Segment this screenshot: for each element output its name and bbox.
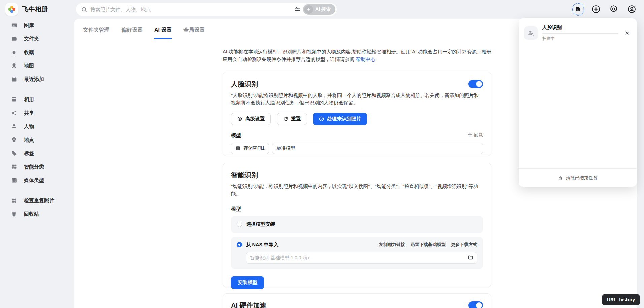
gallery-icon: [11, 22, 17, 28]
sidebar-item-label: 相册: [24, 96, 34, 103]
sidebar-item-map[interactable]: 地图: [0, 59, 74, 72]
sidebar-group-collections: 相册 共享 人物 地点 标签 智能分类: [0, 93, 74, 187]
share-icon: [11, 110, 17, 116]
option-nas-label: 从 NAS 中导入: [246, 242, 279, 248]
url-history-badge[interactable]: URL_history: [602, 294, 640, 305]
header-actions: [572, 3, 638, 16]
reset-label: 重置: [291, 116, 301, 122]
face-model-label: 模型: [231, 132, 241, 139]
tab-folder-management[interactable]: 文件夹管理: [83, 27, 110, 39]
sidebar-item-shared[interactable]: 共享: [0, 106, 74, 120]
star-icon: [11, 49, 17, 55]
sidebar-item-recent[interactable]: 最近添加: [0, 72, 74, 86]
sidebar-item-label: 地图: [24, 63, 34, 69]
add-button[interactable]: [589, 3, 602, 16]
advanced-settings-label: 高级设置: [245, 116, 265, 122]
uninstall-label: 卸载: [474, 132, 483, 138]
face-card-description: "人脸识别"功能将识别照片和视频中的人脸，并将同一个人的照片和视频聚合成人物相册…: [231, 92, 483, 107]
location-pin-icon: [11, 137, 17, 143]
map-icon: [11, 63, 17, 69]
folder-icon: [11, 36, 17, 42]
reset-button[interactable]: 重置: [277, 113, 307, 125]
sidebar-item-trash[interactable]: 回收站: [0, 207, 74, 221]
sidebar-item-folders[interactable]: 文件夹: [0, 32, 74, 45]
smart-model-label: 模型: [231, 206, 241, 212]
task-title: 人脸识别: [542, 24, 618, 31]
sidebar-item-tags[interactable]: 标签: [0, 147, 74, 160]
app-title: 飞牛相册: [22, 5, 48, 14]
radio-unselected-icon[interactable]: [237, 222, 242, 227]
task-progress-bar: [542, 33, 618, 34]
sidebar-item-label: 标签: [24, 150, 34, 157]
close-icon: [625, 31, 630, 36]
sparkle-icon: [304, 5, 313, 14]
trash-small-icon: [468, 133, 472, 138]
option-select-model-install[interactable]: 选择模型安装: [231, 216, 483, 233]
search-input[interactable]: [90, 7, 292, 12]
calendar-icon: [11, 76, 17, 82]
smart-grid-icon: [11, 164, 17, 170]
tab-preferences[interactable]: 偏好设置: [121, 27, 143, 39]
advanced-settings-button[interactable]: 高级设置: [231, 113, 271, 125]
install-model-label: 安装模型: [238, 279, 257, 286]
browse-folder-icon[interactable]: [468, 255, 473, 260]
sidebar-item-smart-categories[interactable]: 智能分类: [0, 160, 74, 174]
app-logo-icon: [5, 3, 18, 16]
ai-intro-text: AI 功能将在本地运行模型，识别照片和视频中的人物及内容,帮助你轻松管理相册。使…: [223, 48, 491, 64]
smart-card-title: 智能识别: [231, 171, 258, 180]
sidebar-item-duplicates[interactable]: 检查重复照片: [0, 194, 74, 207]
album-icon: [11, 96, 17, 102]
sidebar-item-albums[interactable]: 相册: [0, 93, 74, 106]
face-recognition-toggle[interactable]: [468, 80, 483, 88]
sidebar-item-places[interactable]: 地点: [0, 133, 74, 147]
gear-small-icon: [237, 116, 243, 122]
sidebar-item-label: 人物: [24, 123, 34, 130]
model-file-input[interactable]: [250, 255, 468, 260]
storage-icon: [235, 146, 241, 151]
tab-global-settings[interactable]: 全局设置: [183, 27, 205, 39]
account-button[interactable]: [625, 3, 638, 16]
ai-search-button[interactable]: AI 搜索: [303, 4, 335, 15]
sidebar-item-label: 收藏: [24, 49, 34, 56]
settings-content: AI 功能将在本地运行模型，识别照片和视频中的人物及内容,帮助你轻松管理相册。使…: [223, 48, 491, 308]
model-value: 标准模型: [277, 145, 295, 151]
model-file-input-wrap: [246, 252, 477, 264]
film-icon: [11, 177, 17, 183]
install-model-button[interactable]: 安装模型: [231, 276, 264, 289]
tasks-progress-button[interactable]: [572, 3, 584, 16]
face-card-title: 人脸识别: [231, 80, 258, 89]
sidebar-item-favorites[interactable]: 收藏: [0, 45, 74, 59]
radio-selected-icon[interactable]: [237, 242, 242, 247]
thunder-download-link[interactable]: 迅雷下载基础模型: [411, 242, 446, 248]
sidebar-group-tools: 检查重复照片 回收站: [0, 194, 74, 221]
sidebar-item-label: 图库: [24, 22, 34, 29]
task-item: 人脸识别 扫描中: [519, 18, 637, 42]
copy-magnet-link[interactable]: 复制磁力链接: [379, 242, 405, 248]
storage-space-chip[interactable]: 存储空间1: [231, 143, 269, 154]
option-install-label: 选择模型安装: [246, 221, 275, 227]
more-download-link[interactable]: 更多下载方式: [451, 242, 477, 248]
uninstall-model-button[interactable]: 卸载: [468, 132, 483, 138]
sidebar-item-people[interactable]: 人物: [0, 120, 74, 133]
option-import-from-nas: 从 NAS 中导入 复制磁力链接 迅雷下载基础模型 更多下载方式: [231, 237, 483, 269]
hw-card-title: AI 硬件加速: [231, 301, 267, 308]
model-select-field[interactable]: 标准模型: [272, 143, 483, 154]
process-unrecognized-button[interactable]: 处理未识别照片: [313, 113, 367, 125]
top-bar: 飞牛相册 AI 搜索: [0, 0, 644, 19]
person-icon: [11, 123, 17, 129]
task-close-button[interactable]: [623, 29, 631, 37]
task-info: 人脸识别 扫描中: [542, 24, 618, 42]
sidebar-item-label: 最近添加: [24, 76, 44, 83]
sidebar-item-gallery[interactable]: 图库: [0, 19, 74, 32]
app-window: 飞牛相册 AI 搜索: [0, 0, 644, 308]
settings-gear-button[interactable]: [607, 3, 620, 16]
clear-finished-tasks-button[interactable]: 清除已结束任务: [519, 168, 637, 187]
app-logo-area[interactable]: 飞牛相册: [5, 3, 48, 16]
hw-acceleration-toggle[interactable]: [468, 301, 483, 308]
search-filter-icon[interactable]: [292, 4, 303, 15]
sidebar-item-label: 媒体类型: [24, 177, 44, 184]
tab-ai-settings[interactable]: AI 设置: [154, 27, 172, 39]
help-center-link[interactable]: 帮助中心: [356, 57, 376, 62]
sidebar-item-media-types[interactable]: 媒体类型: [0, 174, 74, 187]
ai-hardware-card: AI 硬件加速: [223, 293, 491, 308]
